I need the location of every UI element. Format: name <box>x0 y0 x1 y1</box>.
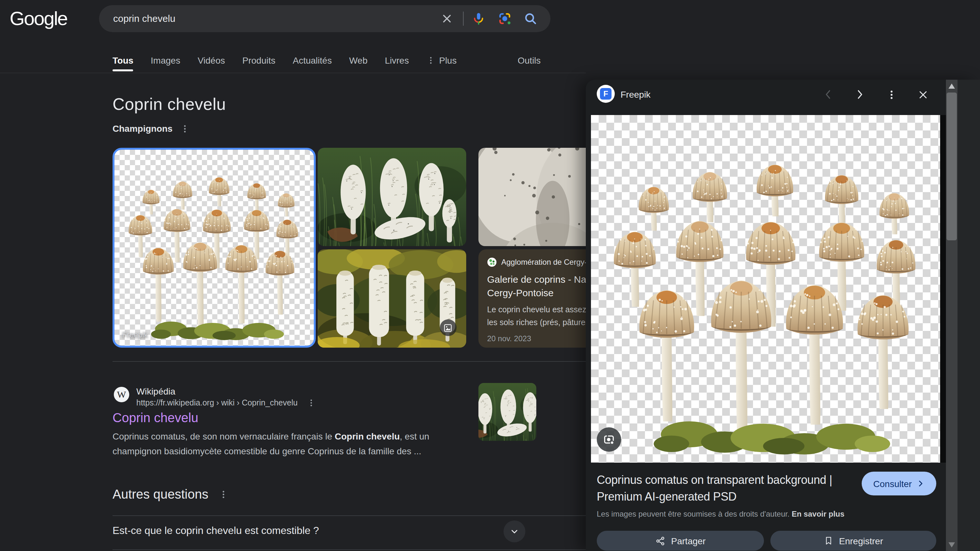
paa-heading-row: Autres questions <box>113 487 228 502</box>
tab-actualites[interactable]: Actualités <box>293 55 332 65</box>
category-chip[interactable]: Champignons <box>113 123 190 133</box>
lens-camera-icon <box>602 433 615 446</box>
close-icon <box>917 88 929 100</box>
header-divider <box>0 73 586 73</box>
wiki-site-name: Wikipédia <box>136 386 175 397</box>
more-vertical-icon <box>886 89 897 100</box>
paa-expand-button[interactable] <box>503 521 525 542</box>
page-title: Coprin chevelu <box>113 94 226 114</box>
bookmark-icon <box>824 536 834 546</box>
chip-label: Champignons <box>113 123 173 133</box>
image-icon <box>443 323 453 332</box>
cergy-favicon <box>487 257 496 266</box>
panel-scrollbar-thumb[interactable] <box>947 92 957 240</box>
shaggy-inkcap-grass-image <box>317 148 466 246</box>
tab-videos[interactable]: Vidéos <box>198 55 225 65</box>
wiki-result-link[interactable]: Coprin chevelu <box>113 411 198 426</box>
tab-livres[interactable]: Livres <box>385 55 409 65</box>
result-thumbnail-grass[interactable] <box>317 148 466 246</box>
next-image-button[interactable] <box>852 87 867 102</box>
panel-right-margin <box>958 80 980 551</box>
voice-search-button[interactable] <box>471 11 486 26</box>
image-watermark: Freepik <box>122 330 148 339</box>
paa-heading: Autres questions <box>113 487 208 502</box>
tab-web[interactable]: Web <box>349 55 368 65</box>
learn-more-link[interactable]: En savoir plus <box>792 510 844 519</box>
chevron-down-icon <box>509 526 520 537</box>
share-icon <box>655 535 665 546</box>
wikipedia-favicon: W <box>114 387 129 402</box>
tab-produits[interactable]: Produits <box>242 55 275 65</box>
save-button[interactable]: Enregistrer <box>770 531 936 551</box>
viewer-source-name[interactable]: Freepik <box>620 89 651 100</box>
google-images-page: Google coprin chevelu <box>0 0 980 551</box>
scroll-down-arrow[interactable] <box>946 540 958 550</box>
wiki-thumbnail-image <box>478 383 536 441</box>
tab-plus[interactable]: Plus <box>426 55 457 65</box>
search-bar[interactable]: coprin chevelu <box>99 5 550 32</box>
tools-button[interactable]: Outils <box>518 55 541 65</box>
result-thumbnail-autumn[interactable] <box>317 249 466 348</box>
tab-images[interactable]: Images <box>151 55 180 65</box>
more-vertical-icon[interactable] <box>180 124 190 133</box>
result-thumbnail-selected[interactable]: Freepik <box>113 148 316 348</box>
visit-button[interactable]: Consulter <box>862 472 936 495</box>
close-viewer-button[interactable] <box>915 87 931 102</box>
viewer-image-title: Coprinus comatus on transparent backgrou… <box>597 472 854 505</box>
search-input[interactable]: coprin chevelu <box>113 5 175 32</box>
viewer-image[interactable] <box>591 115 941 462</box>
section-divider <box>113 361 586 362</box>
image-type-badge <box>439 319 456 336</box>
chevron-right-icon <box>916 480 925 488</box>
paa-question[interactable]: Est-ce que le coprin chevelu est comesti… <box>113 525 319 537</box>
wiki-snippet: Coprinus comatus, de son nom vernaculair… <box>113 429 473 458</box>
freepik-favicon: F <box>597 85 615 103</box>
previous-image-button[interactable] <box>821 87 836 102</box>
search-submit-button[interactable] <box>523 11 538 26</box>
more-vertical-icon[interactable] <box>219 490 228 499</box>
search-inside-image-button[interactable] <box>597 427 621 451</box>
result-tabs: Tous Images Vidéos Produits Actualités W… <box>113 55 457 65</box>
google-lens-icon <box>498 11 512 26</box>
viewer-more-button[interactable] <box>883 87 899 102</box>
news-source: Agglomération de Cergy- <box>501 257 587 266</box>
wiki-result-thumbnail[interactable] <box>478 383 536 441</box>
microphone-icon <box>471 11 485 26</box>
tab-tous[interactable]: Tous <box>113 55 134 65</box>
more-vertical-icon[interactable] <box>307 399 316 407</box>
copyright-disclaimer: Les images peuvent être soumises à des d… <box>597 510 844 519</box>
search-icon <box>523 11 538 26</box>
mushroom-cluster-image <box>595 120 937 460</box>
clear-search-button[interactable] <box>439 11 455 26</box>
paa-divider-top <box>113 515 586 516</box>
paa-divider-bottom <box>113 549 586 550</box>
more-vertical-icon <box>426 56 435 65</box>
mushroom-cluster-image <box>117 152 311 343</box>
google-logo[interactable]: Google <box>10 8 67 30</box>
panel-image-gutter <box>940 115 946 462</box>
search-divider <box>463 11 464 26</box>
chevron-left-icon <box>822 88 835 101</box>
chevron-right-icon <box>853 88 866 101</box>
close-icon <box>441 12 453 25</box>
active-tab-underline <box>113 69 133 71</box>
wiki-breadcrumb[interactable]: https://fr.wikipedia.org › wiki › Coprin… <box>136 399 316 407</box>
share-button[interactable]: Partager <box>597 531 764 551</box>
lens-search-button[interactable] <box>497 11 512 26</box>
scroll-up-arrow[interactable] <box>946 81 958 91</box>
image-viewer-panel: F Freepik Coprinus co <box>586 80 980 551</box>
